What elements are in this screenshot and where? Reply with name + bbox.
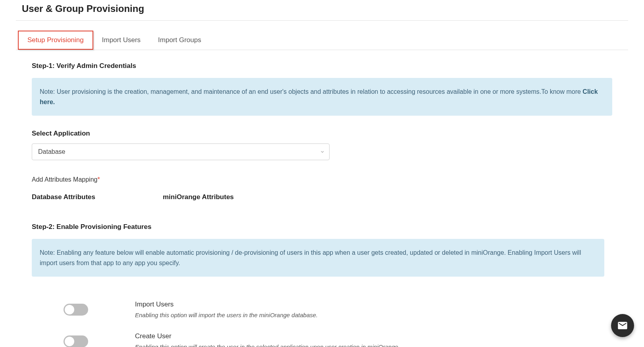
tab-import-groups[interactable]: Import Groups (149, 31, 210, 50)
chat-button[interactable] (611, 314, 634, 337)
select-application-wrapper: Database (32, 143, 330, 160)
feature-title-create-user: Create User (135, 332, 612, 340)
database-attributes-header: Database Attributes (32, 193, 95, 201)
toggle-wrapper-create-user (64, 332, 135, 347)
attributes-columns: Database Attributes miniOrange Attribute… (32, 193, 612, 201)
attributes-mapping-label: Add Attributes Mapping* (32, 176, 612, 183)
step-2-title: Step-2: Enable Provisioning Features (32, 223, 612, 231)
step-1-title: Step-1: Verify Admin Credentials (32, 62, 612, 70)
tabs-container: Setup Provisioning Import Users Import G… (16, 31, 628, 50)
select-application-label: Select Application (32, 130, 612, 138)
feature-row-import-users: Import Users Enabling this option will i… (64, 300, 612, 318)
feature-desc-create-user: Enabling this option will create the use… (135, 343, 612, 347)
select-application-section: Select Application Database (32, 130, 612, 160)
feature-desc-import-users: Enabling this option will import the use… (135, 312, 612, 318)
select-application-dropdown[interactable]: Database (32, 143, 330, 160)
toggle-import-users[interactable] (64, 304, 88, 316)
feature-row-create-user: Create User Enabling this option will cr… (64, 332, 612, 347)
features-list: Import Users Enabling this option will i… (32, 300, 612, 347)
step-2-note-text: Note: Enabling any feature below will en… (40, 249, 581, 266)
step-2-note: Note: Enabling any feature below will en… (32, 239, 604, 277)
tab-import-users[interactable]: Import Users (93, 31, 149, 50)
tab-setup-provisioning[interactable]: Setup Provisioning (18, 31, 93, 50)
toggle-wrapper-import-users (64, 300, 135, 316)
toggle-knob (65, 305, 74, 314)
attributes-mapping-text: Add Attributes Mapping (32, 176, 97, 183)
content-area: Step-1: Verify Admin Credentials Note: U… (16, 50, 628, 347)
page-title: User & Group Provisioning (16, 0, 628, 21)
miniorange-attributes-header: miniOrange Attributes (163, 193, 234, 201)
toggle-knob (65, 337, 74, 346)
step-1-note-text: Note: User provisioning is the creation,… (40, 88, 582, 95)
feature-title-import-users: Import Users (135, 300, 612, 308)
toggle-create-user[interactable] (64, 335, 88, 347)
feature-text-create-user: Create User Enabling this option will cr… (135, 332, 612, 347)
feature-text-import-users: Import Users Enabling this option will i… (135, 300, 612, 318)
step-1-note: Note: User provisioning is the creation,… (32, 78, 612, 116)
required-star-icon: * (97, 176, 100, 183)
mail-icon (617, 320, 628, 331)
